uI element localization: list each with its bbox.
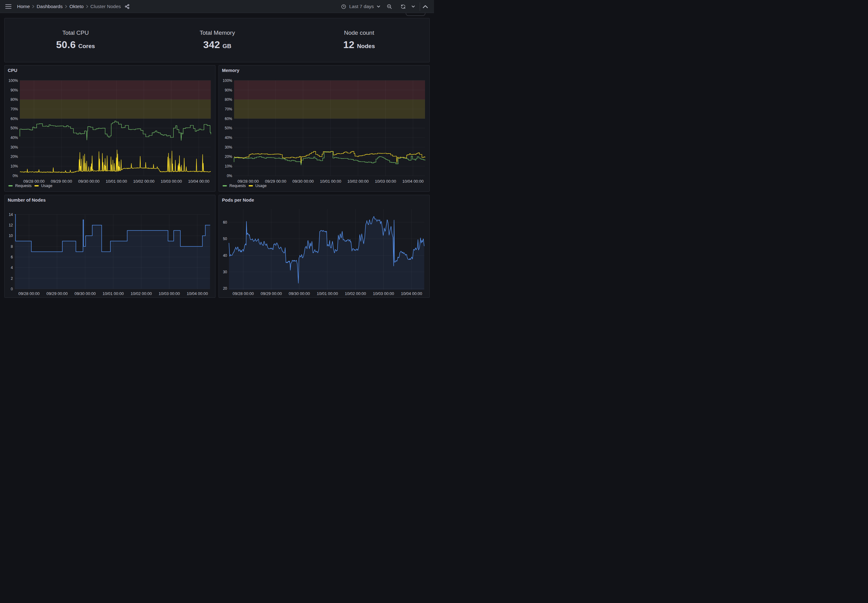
svg-text:90%: 90% — [225, 88, 232, 92]
svg-text:10%: 10% — [11, 164, 18, 169]
svg-text:10/04 00:00: 10/04 00:00 — [402, 179, 424, 184]
svg-text:40: 40 — [223, 253, 227, 257]
svg-text:10%: 10% — [225, 164, 232, 169]
svg-text:10/02 00:00: 10/02 00:00 — [347, 179, 369, 184]
svg-text:09/28 00:00: 09/28 00:00 — [23, 179, 45, 184]
svg-text:50%: 50% — [11, 126, 18, 130]
svg-text:60: 60 — [223, 220, 227, 224]
svg-text:09/28 00:00: 09/28 00:00 — [18, 291, 40, 295]
svg-text:09/30 00:00: 09/30 00:00 — [288, 291, 310, 295]
svg-text:20%: 20% — [225, 155, 232, 159]
svg-text:60%: 60% — [225, 116, 232, 121]
svg-text:60%: 60% — [11, 116, 18, 121]
svg-text:2: 2 — [11, 276, 13, 280]
svg-text:09/29 00:00: 09/29 00:00 — [51, 179, 72, 184]
svg-text:10/02 00:00: 10/02 00:00 — [345, 291, 366, 295]
svg-text:80%: 80% — [11, 97, 18, 102]
svg-text:8: 8 — [11, 244, 13, 249]
svg-text:20%: 20% — [11, 155, 18, 159]
svg-text:90%: 90% — [11, 88, 18, 92]
svg-text:10/04 00:00: 10/04 00:00 — [187, 291, 208, 295]
svg-text:0%: 0% — [13, 173, 18, 178]
svg-text:14: 14 — [9, 212, 13, 216]
svg-text:70%: 70% — [225, 107, 232, 111]
svg-text:30%: 30% — [225, 145, 232, 149]
svg-text:10/03 00:00: 10/03 00:00 — [159, 291, 180, 295]
svg-text:10/03 00:00: 10/03 00:00 — [373, 291, 394, 295]
svg-text:10/02 00:00: 10/02 00:00 — [133, 179, 155, 184]
svg-text:10/04 00:00: 10/04 00:00 — [401, 291, 422, 295]
svg-text:10/03 00:00: 10/03 00:00 — [160, 179, 182, 184]
svg-text:10/02 00:00: 10/02 00:00 — [131, 291, 152, 295]
svg-text:0: 0 — [11, 287, 13, 291]
svg-text:70%: 70% — [11, 107, 18, 111]
svg-text:40%: 40% — [225, 136, 232, 140]
svg-text:10: 10 — [9, 233, 13, 238]
svg-text:09/30 00:00: 09/30 00:00 — [74, 291, 96, 295]
svg-text:10/01 00:00: 10/01 00:00 — [320, 179, 341, 184]
svg-text:100%: 100% — [223, 78, 232, 82]
svg-text:100%: 100% — [8, 78, 18, 82]
svg-text:0%: 0% — [227, 173, 233, 178]
svg-text:40%: 40% — [11, 136, 18, 140]
svg-text:09/29 00:00: 09/29 00:00 — [46, 291, 68, 295]
svg-text:50%: 50% — [225, 126, 232, 130]
svg-text:12: 12 — [9, 223, 13, 227]
svg-text:30%: 30% — [11, 145, 18, 149]
svg-text:10/01 00:00: 10/01 00:00 — [103, 291, 124, 295]
svg-text:50: 50 — [223, 237, 227, 241]
svg-text:10/03 00:00: 10/03 00:00 — [375, 179, 396, 184]
svg-text:10/01 00:00: 10/01 00:00 — [317, 291, 338, 295]
svg-text:30: 30 — [223, 269, 227, 274]
svg-text:10/04 00:00: 10/04 00:00 — [188, 179, 210, 184]
svg-text:09/28 00:00: 09/28 00:00 — [233, 291, 254, 295]
svg-text:6: 6 — [11, 255, 13, 259]
svg-text:10/01 00:00: 10/01 00:00 — [106, 179, 127, 184]
svg-text:09/30 00:00: 09/30 00:00 — [78, 179, 100, 184]
svg-text:80%: 80% — [225, 97, 232, 102]
svg-text:09/29 00:00: 09/29 00:00 — [265, 179, 287, 184]
svg-text:4: 4 — [11, 266, 13, 270]
svg-text:09/29 00:00: 09/29 00:00 — [261, 291, 282, 295]
svg-text:09/28 00:00: 09/28 00:00 — [237, 179, 259, 184]
svg-text:09/30 00:00: 09/30 00:00 — [292, 179, 314, 184]
svg-text:20: 20 — [223, 286, 227, 291]
